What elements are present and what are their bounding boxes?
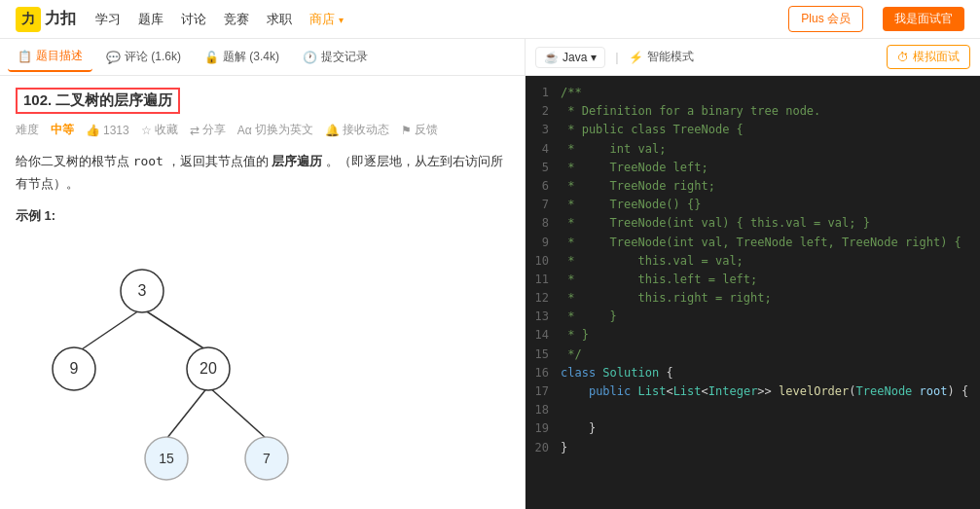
problem-meta: 难度 中等 👍 1313 ☆ 收藏 ⇄ 分享 Aα 切换为英文 🔔 接收动态 ⚑… — [16, 122, 509, 138]
line-content: * this.val = val; — [561, 252, 744, 271]
line-number: 6 — [526, 177, 561, 196]
line-content: * } — [561, 326, 589, 345]
nav-problems[interactable]: 题库 — [138, 11, 163, 28]
tab-submissions-label: 提交记录 — [321, 49, 368, 65]
right-panel: ☕ Java ▾ | ⚡ 智能模式 ⏱ 模拟面试 1 /** — [526, 39, 980, 509]
line-content: } — [561, 439, 567, 457]
tab-submissions[interactable]: 🕐 提交记录 — [293, 43, 378, 71]
code-line-18: 18 — [526, 401, 980, 419]
tab-description-icon: 📋 — [18, 50, 32, 63]
simulate-button[interactable]: ⏱ 模拟面试 — [887, 45, 970, 69]
svg-line-1 — [142, 309, 208, 351]
line-number: 11 — [526, 271, 561, 289]
code-line-14: 14 * } — [526, 326, 980, 345]
line-number: 7 — [526, 196, 561, 214]
likes-item[interactable]: 👍 1313 — [86, 124, 129, 137]
line-content: * } — [561, 308, 617, 326]
simulate-label: 模拟面试 — [913, 49, 960, 65]
line-number: 9 — [526, 234, 561, 252]
line-number: 3 — [526, 121, 561, 139]
line-content: * this.left = left; — [561, 271, 757, 289]
code-line-9: 9 * TreeNode(int val, TreeNode left, Tre… — [526, 234, 980, 252]
mode-icon: ⚡ — [629, 51, 643, 64]
line-number: 14 — [526, 326, 561, 345]
line-content: class Solution { — [561, 364, 673, 382]
tab-description-label: 题目描述 — [36, 48, 83, 64]
code-line-19: 19 } — [526, 419, 980, 438]
line-content — [561, 401, 567, 419]
tab-solutions-label: 题解 (3.4k) — [223, 49, 279, 65]
language-select[interactable]: ☕ Java ▾ — [535, 47, 605, 68]
line-content: * int val; — [561, 140, 666, 159]
code-line-2: 2 * Definition for a binary tree node. — [526, 102, 980, 121]
line-number: 18 — [526, 401, 561, 419]
nav-discuss[interactable]: 讨论 — [181, 11, 206, 28]
nav-items: 学习 题库 讨论 竞赛 求职 商店 ▾ — [95, 11, 344, 28]
code-line-8: 8 * TreeNode(int val) { this.val = val; … — [526, 214, 980, 233]
problem-title: 102. 二叉树的层序遍历 — [16, 88, 180, 114]
example-title: 示例 1: — [16, 207, 509, 225]
line-number: 19 — [526, 419, 561, 438]
line-content: * TreeNode(int val) { this.val = val; } — [561, 214, 870, 233]
line-number: 2 — [526, 102, 561, 121]
tab-comments[interactable]: 💬 评论 (1.6k) — [96, 43, 191, 71]
lang-icon: ☕ — [544, 51, 559, 64]
nav-study[interactable]: 学习 — [95, 11, 121, 28]
tab-bar: 📋 题目描述 💬 评论 (1.6k) 🔓 题解 (3.4k) 🕐 提交记录 — [0, 39, 525, 76]
tab-solutions[interactable]: 🔓 题解 (3.4k) — [195, 43, 289, 71]
line-number: 5 — [526, 159, 561, 177]
code-line-10: 10 * this.val = val; — [526, 252, 980, 271]
line-number: 15 — [526, 345, 561, 364]
line-content: * TreeNode right; — [561, 177, 715, 196]
line-content: * this.right = right; — [561, 289, 772, 308]
mode-button[interactable]: ⚡ 智能模式 — [629, 49, 694, 65]
svg-text:20: 20 — [200, 360, 217, 377]
subscribe-item[interactable]: 🔔 接收动态 — [325, 122, 389, 138]
interview-button[interactable]: 我是面试官 — [883, 7, 964, 31]
code-line-12: 12 * this.right = right; — [526, 289, 980, 308]
logo-text: 力扣 — [45, 9, 76, 29]
tab-solutions-icon: 🔓 — [204, 51, 219, 64]
line-number: 13 — [526, 308, 561, 326]
mode-label: 智能模式 — [647, 49, 694, 65]
difficulty-value: 中等 — [51, 122, 74, 138]
tab-description[interactable]: 📋 题目描述 — [8, 42, 92, 72]
line-number: 4 — [526, 140, 561, 159]
plus-button[interactable]: Plus 会员 — [788, 6, 863, 32]
share-item[interactable]: ⇄ 分享 — [190, 122, 226, 138]
switch-lang-item[interactable]: Aα 切换为英文 — [237, 122, 313, 138]
logo[interactable]: 力 力扣 — [16, 7, 76, 32]
code-line-17: 17 public List<List<Integer>> levelOrder… — [526, 382, 980, 401]
line-content: public List<List<Integer>> levelOrder(Tr… — [561, 382, 968, 401]
nav-shop[interactable]: 商店 ▾ — [309, 11, 344, 28]
logo-icon: 力 — [16, 7, 41, 32]
left-panel: 📋 题目描述 💬 评论 (1.6k) 🔓 题解 (3.4k) 🕐 提交记录 10… — [0, 39, 526, 509]
code-line-4: 4 * int val; — [526, 140, 980, 159]
line-number: 20 — [526, 439, 561, 457]
line-number: 17 — [526, 382, 561, 401]
line-content: * TreeNode() {} — [561, 196, 702, 214]
line-content: * TreeNode left; — [561, 159, 708, 177]
feedback-item[interactable]: ⚑ 反馈 — [401, 122, 438, 138]
svg-line-2 — [166, 386, 208, 439]
svg-text:15: 15 — [159, 451, 174, 466]
lang-label: Java — [563, 51, 587, 64]
nav-jobs[interactable]: 求职 — [267, 11, 292, 28]
svg-text:7: 7 — [263, 451, 271, 466]
lang-chevron-icon: ▾ — [591, 51, 597, 64]
svg-text:3: 3 — [138, 282, 147, 299]
line-number: 1 — [526, 84, 561, 102]
nav-contest[interactable]: 竞赛 — [224, 11, 249, 28]
code-line-16: 16 class Solution { — [526, 364, 980, 382]
collect-item[interactable]: ☆ 收藏 — [141, 122, 178, 138]
simulate-icon: ⏱ — [897, 51, 909, 64]
code-line-13: 13 * } — [526, 308, 980, 326]
line-content: * TreeNode(int val, TreeNode left, TreeN… — [561, 234, 962, 252]
main-layout: 📋 题目描述 💬 评论 (1.6k) 🔓 题解 (3.4k) 🕐 提交记录 10… — [0, 39, 980, 509]
line-content: } — [561, 419, 596, 438]
code-line-6: 6 * TreeNode right; — [526, 177, 980, 196]
code-line-20: 20 } — [526, 439, 980, 457]
code-line-5: 5 * TreeNode left; — [526, 159, 980, 177]
code-line-15: 15 */ — [526, 345, 980, 364]
code-editor[interactable]: 1 /** 2 * Definition for a binary tree n… — [526, 76, 980, 509]
